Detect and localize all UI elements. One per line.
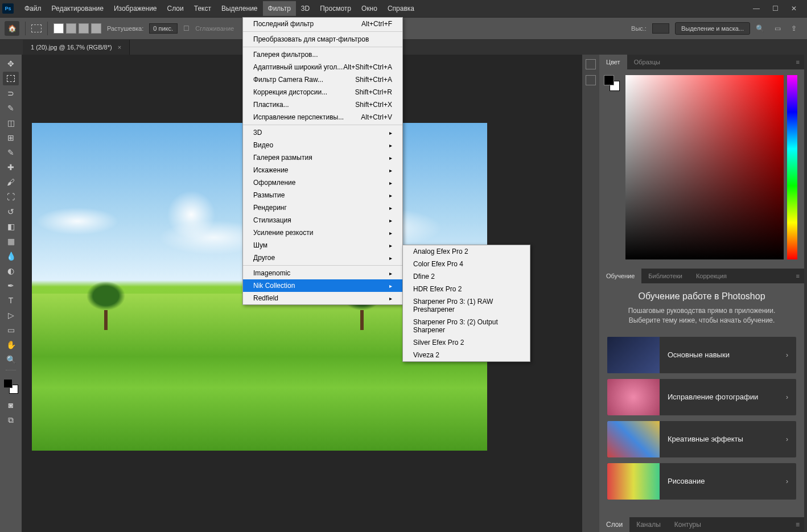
menu-distort[interactable]: Искажение <box>243 164 402 176</box>
menu-color-efex[interactable]: Color Efex Pro 4 <box>403 258 530 270</box>
tool-zoom[interactable]: 🔍 <box>3 353 19 366</box>
tab-swatches[interactable]: Образцы <box>627 55 667 69</box>
menu-nik-collection[interactable]: Nik Collection <box>243 279 402 292</box>
menu-viveza[interactable]: Viveza 2 <box>403 349 530 361</box>
menu-select[interactable]: Выделение <box>216 1 263 16</box>
panel-foreground-background[interactable] <box>604 75 620 91</box>
home-button[interactable]: 🏠 <box>5 21 19 36</box>
tool-quickmask[interactable]: ◙ <box>3 398 19 412</box>
tab-channels[interactable]: Каналы <box>629 517 668 532</box>
menu-sharpen[interactable]: Усиление резкости <box>243 226 402 239</box>
menu-other[interactable]: Другое <box>243 251 402 264</box>
menu-3d-submenu[interactable]: 3D <box>243 126 402 139</box>
menu-blur-gallery[interactable]: Галерея размытия <box>243 151 402 164</box>
dock-icon-2[interactable] <box>586 75 596 85</box>
selection-mode-intersect[interactable] <box>91 23 101 34</box>
collapsed-panel-dock[interactable] <box>582 55 599 532</box>
menu-text[interactable]: Текст <box>189 1 216 16</box>
tool-brush[interactable]: 🖌 <box>3 175 19 189</box>
tab-color[interactable]: Цвет <box>599 55 627 69</box>
tool-lasso[interactable]: ⊃ <box>3 86 19 100</box>
menu-render[interactable]: Рендеринг <box>243 201 402 214</box>
feather-input[interactable] <box>149 23 178 34</box>
panel-menu-icon[interactable]: ≡ <box>796 59 804 65</box>
tool-clone[interactable]: ⛶ <box>3 190 19 204</box>
selection-mode-subtract[interactable] <box>79 23 89 34</box>
menu-video-submenu[interactable]: Видео <box>243 139 402 151</box>
menu-imagenomic[interactable]: Imagenomic <box>243 267 402 279</box>
tool-eraser[interactable]: ◧ <box>3 220 19 233</box>
close-tab-icon[interactable]: × <box>118 44 121 51</box>
tab-learn[interactable]: Обучение <box>599 269 641 283</box>
menu-filter-gallery[interactable]: Галерея фильтров... <box>243 48 402 61</box>
menu-view[interactable]: Просмотр <box>315 1 356 16</box>
menu-vanishing-point[interactable]: Исправление перспективы...Alt+Ctrl+V <box>243 111 402 123</box>
maximize-button[interactable]: ☐ <box>772 5 779 13</box>
tool-path-select[interactable]: ▷ <box>3 308 19 322</box>
tool-history-brush[interactable]: ↺ <box>3 205 19 218</box>
color-field[interactable] <box>625 75 784 259</box>
panel-menu-icon[interactable]: ≡ <box>796 521 804 529</box>
learn-card[interactable]: Основные навыки› <box>607 337 796 373</box>
tool-heal[interactable]: ✚ <box>3 160 19 174</box>
tool-hand[interactable]: ✋ <box>3 338 19 352</box>
tool-blur[interactable]: 💧 <box>3 249 19 263</box>
height-input[interactable] <box>652 23 669 34</box>
tab-paths[interactable]: Контуры <box>668 517 708 532</box>
menu-pixelate[interactable]: Оформление <box>243 176 402 189</box>
dock-icon-1[interactable] <box>586 59 596 69</box>
learn-card[interactable]: Рисование› <box>607 463 796 500</box>
menu-help[interactable]: Справка <box>382 1 419 16</box>
menu-analog-efex[interactable]: Analog Efex Pro 2 <box>403 245 530 258</box>
menu-lens-correction[interactable]: Коррекция дисторсии...Shift+Ctrl+R <box>243 86 402 98</box>
panel-menu-icon[interactable]: ≡ <box>796 273 804 279</box>
menu-adaptive-wide[interactable]: Адаптивный широкий угол...Alt+Shift+Ctrl… <box>243 61 402 73</box>
menu-edit[interactable]: Редактирование <box>47 1 109 16</box>
menu-convert-smart[interactable]: Преобразовать для смарт-фильтров <box>243 33 402 46</box>
tool-dodge[interactable]: ◐ <box>3 264 19 278</box>
tool-foreground-background[interactable] <box>3 379 18 394</box>
menu-blur[interactable]: Размытие <box>243 189 402 201</box>
minimize-button[interactable]: — <box>753 5 760 13</box>
menu-window[interactable]: Окно <box>356 1 382 16</box>
document-tab[interactable]: 1 (20).jpg @ 16,7% (RGB/8*) × <box>23 40 130 55</box>
select-and-mask-button[interactable]: Выделение и маска... <box>675 22 750 35</box>
menu-liquify[interactable]: Пластика...Shift+Ctrl+X <box>243 98 402 111</box>
tool-screenmode[interactable]: ⧉ <box>3 413 19 427</box>
tool-frame[interactable]: ⊞ <box>3 131 19 145</box>
tool-type[interactable]: T <box>3 294 19 307</box>
menu-sharpener-raw[interactable]: Sharpener Pro 3: (1) RAW Presharpener <box>403 295 530 316</box>
tab-libraries[interactable]: Библиотеки <box>641 269 689 283</box>
current-tool-icon[interactable] <box>31 24 42 32</box>
tool-move[interactable]: ✥ <box>3 57 19 71</box>
search-icon[interactable]: 🔍 <box>756 24 764 32</box>
menu-3d[interactable]: 3D <box>296 1 315 16</box>
learn-card[interactable]: Креативные эффекты› <box>607 421 796 457</box>
tool-eyedropper[interactable]: ✎ <box>3 146 19 159</box>
menu-redfield[interactable]: Redfield <box>243 292 402 304</box>
learn-card[interactable]: Исправление фотографии› <box>607 379 796 415</box>
workspace-icon[interactable]: ▭ <box>775 24 781 32</box>
tool-gradient[interactable]: ▦ <box>3 234 19 248</box>
menu-stylize[interactable]: Стилизация <box>243 214 402 226</box>
selection-mode-add[interactable] <box>66 23 76 34</box>
menu-layers[interactable]: Слои <box>162 1 189 16</box>
menu-last-filter[interactable]: Последний фильтрAlt+Ctrl+F <box>243 18 402 30</box>
menu-file[interactable]: Файл <box>19 1 47 16</box>
menu-filter[interactable]: Фильтр <box>263 1 296 16</box>
menu-dfine[interactable]: Dfine 2 <box>403 270 530 283</box>
tool-shape[interactable]: ▭ <box>3 323 19 337</box>
tab-layers[interactable]: Слои <box>599 517 629 532</box>
close-button[interactable]: ✕ <box>791 5 797 13</box>
menu-noise[interactable]: Шум <box>243 239 402 251</box>
tool-crop[interactable]: ◫ <box>3 116 19 130</box>
menu-silver-efex[interactable]: Silver Efex Pro 2 <box>403 336 530 349</box>
tab-adjustments[interactable]: Коррекция <box>689 269 734 283</box>
menu-hdr-efex[interactable]: HDR Efex Pro 2 <box>403 283 530 295</box>
menu-image[interactable]: Изображение <box>109 1 162 16</box>
tool-marquee[interactable] <box>3 72 19 85</box>
share-icon[interactable]: ⇪ <box>791 24 797 32</box>
menu-camera-raw[interactable]: Фильтр Camera Raw...Shift+Ctrl+A <box>243 73 402 86</box>
tool-quick-select[interactable]: ✎ <box>3 101 19 115</box>
selection-mode-new[interactable] <box>53 23 64 34</box>
